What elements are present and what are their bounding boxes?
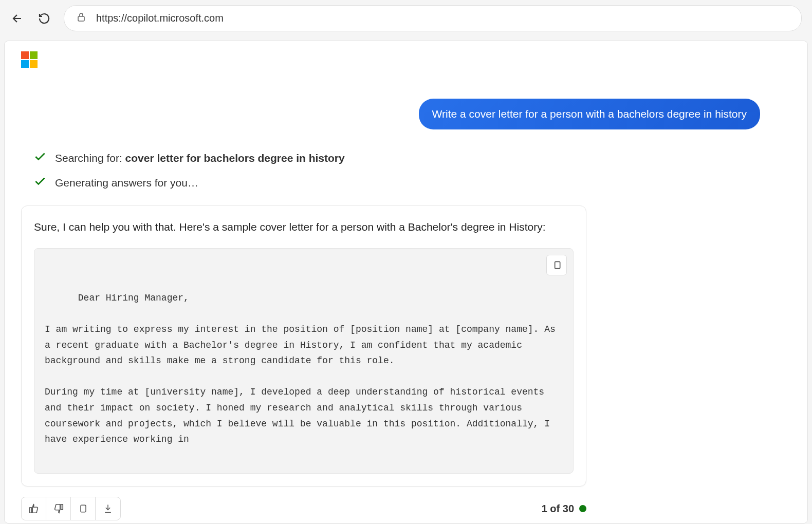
svg-rect-2	[81, 506, 86, 512]
thumbs-up-button[interactable]	[22, 497, 46, 520]
back-button[interactable]	[10, 11, 25, 26]
generating-status: Generating answers for you…	[33, 175, 791, 191]
response-intro-text: Sure, I can help you with that. Here's a…	[34, 218, 574, 236]
search-status-text: Searching for: cover letter for bachelor…	[55, 152, 345, 164]
microsoft-logo[interactable]	[21, 51, 38, 68]
svg-rect-0	[78, 16, 84, 21]
main-content: Write a cover letter for a person with a…	[4, 41, 808, 523]
user-message-row: Write a cover letter for a person with a…	[21, 99, 760, 129]
cover-letter-code-block: Dear Hiring Manager, I am writing to exp…	[34, 248, 574, 474]
url-text: https://copilot.microsoft.com	[96, 12, 224, 24]
refresh-button[interactable]	[37, 11, 51, 26]
thumbs-down-button[interactable]	[46, 497, 71, 520]
response-counter: 1 of 30	[542, 503, 586, 515]
copy-response-button[interactable]	[71, 497, 96, 520]
feedback-bar: 1 of 30	[21, 497, 586, 520]
assistant-response-card: Sure, I can help you with that. Here's a…	[21, 205, 586, 486]
browser-toolbar: https://copilot.microsoft.com	[0, 0, 812, 36]
address-bar[interactable]: https://copilot.microsoft.com	[64, 5, 802, 31]
cover-letter-text: Dear Hiring Manager, I am writing to exp…	[45, 293, 561, 444]
generating-status-text: Generating answers for you…	[55, 177, 198, 189]
search-status: Searching for: cover letter for bachelor…	[33, 150, 791, 166]
feedback-button-group	[21, 497, 121, 520]
svg-rect-1	[555, 261, 560, 268]
check-icon	[33, 175, 47, 191]
user-message-bubble: Write a cover letter for a person with a…	[419, 99, 760, 129]
status-dot-icon	[579, 505, 586, 512]
lock-icon	[77, 12, 86, 25]
download-button[interactable]	[96, 497, 120, 520]
counter-text: 1 of 30	[542, 503, 574, 515]
copy-button[interactable]	[546, 255, 567, 275]
check-icon	[33, 150, 47, 166]
